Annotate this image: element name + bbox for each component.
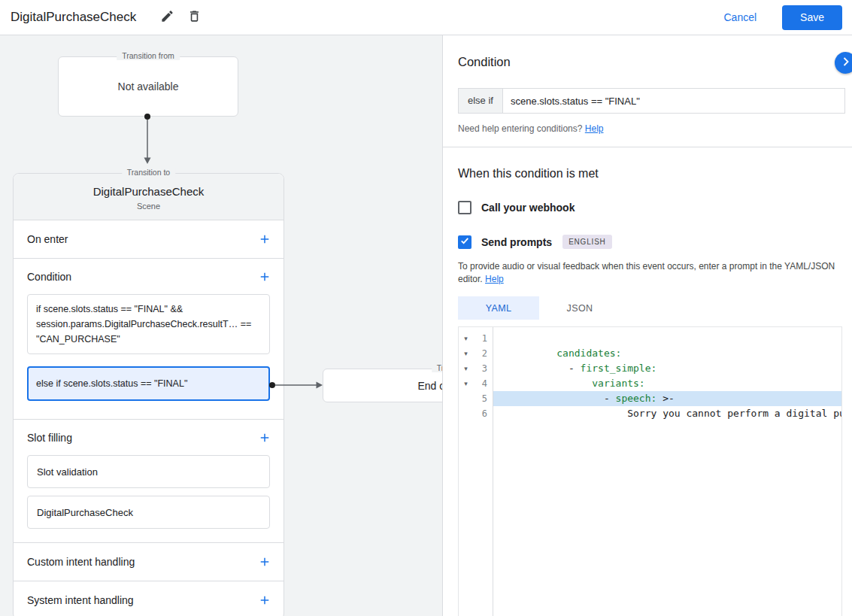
line-number: 1 [473, 333, 493, 344]
line-number: 4 [473, 378, 493, 389]
condition-expression-input[interactable] [502, 88, 845, 114]
line-number: 6 [473, 408, 493, 419]
panel-divider [443, 147, 852, 147]
send-prompts-row: Send prompts ENGLISH [458, 235, 852, 249]
code-line: candidates: [493, 331, 841, 346]
editor-tabs: YAML JSON [458, 296, 852, 320]
panel-title: Condition [458, 55, 852, 69]
webhook-row: Call your webhook [458, 201, 852, 214]
send-prompts-label: Send prompts [481, 236, 552, 248]
condition-help-text: Need help entering conditions? Help [458, 123, 852, 134]
transition-from-label: Transition from [117, 51, 180, 60]
transition-from-value: Not available [118, 80, 179, 93]
add-custom-intent-button[interactable] [257, 554, 272, 569]
section-custom-intent: Custom intent handling [14, 543, 283, 581]
editor-gutter: ▾1 ▾2 ▾3 ▾4 5 6 [459, 327, 493, 616]
call-webhook-label: Call your webhook [481, 202, 575, 214]
condition-item-if[interactable]: if scene.slots.status == "FINAL" && sess… [27, 294, 270, 354]
page-title: DigitalPurchaseCheck [11, 10, 136, 25]
section-condition: Condition if scene.slots.status == "FINA… [14, 259, 283, 420]
prompt-hint-text: To provide audio or visual feedback when… [458, 260, 846, 286]
line-number: 5 [473, 393, 493, 404]
add-on-enter-button[interactable] [257, 232, 272, 247]
system-intent-row[interactable]: System intent handling [14, 581, 283, 616]
condition-operator-chip: else if [458, 88, 503, 114]
send-prompts-checkbox[interactable] [458, 235, 471, 249]
transition-from-node[interactable]: Transition from Not available [58, 56, 238, 117]
line-number: 3 [473, 363, 493, 374]
collapse-panel-button[interactable] [835, 52, 852, 74]
delete-scene-button[interactable] [183, 6, 205, 29]
section-on-enter: On enter [14, 220, 283, 259]
language-badge: ENGLISH [562, 235, 612, 249]
cancel-button[interactable]: Cancel [723, 11, 756, 23]
save-button[interactable]: Save [782, 5, 842, 30]
slot-item-validation[interactable]: Slot validation [27, 455, 270, 488]
scene-card[interactable]: Transition to DigitalPurchaseCheck Scene… [13, 173, 284, 616]
top-bar: DigitalPurchaseCheck Cancel Save [0, 0, 852, 35]
section-system-intent: System intent handling [14, 581, 283, 616]
scene-card-header: DigitalPurchaseCheck Scene [14, 174, 283, 220]
custom-intent-row[interactable]: Custom intent handling [14, 543, 283, 581]
trash-icon [187, 9, 202, 26]
line-number: 2 [473, 348, 493, 359]
prompt-hint-help-link[interactable]: Help [485, 274, 504, 284]
check-icon [459, 235, 470, 249]
scene-type: Scene [21, 202, 276, 211]
condition-help-link[interactable]: Help [585, 123, 604, 134]
slot-filling-row[interactable]: Slot filling [14, 420, 283, 455]
call-webhook-checkbox[interactable] [458, 201, 471, 214]
add-slot-button[interactable] [257, 430, 272, 445]
main-area: Transition from Not available Transition… [0, 35, 852, 616]
transition-to-label: Transition to [122, 168, 175, 177]
condition-item-elseif-selected[interactable]: else if scene.slots.status == "FINAL" [27, 366, 270, 401]
tab-json[interactable]: JSON [539, 296, 620, 320]
fold-toggle-icon[interactable]: ▾ [459, 350, 473, 357]
on-enter-row[interactable]: On enter [14, 220, 283, 258]
add-system-intent-button[interactable] [257, 593, 272, 608]
fold-toggle-icon[interactable]: ▾ [459, 380, 473, 387]
fold-toggle-icon[interactable]: ▾ [459, 335, 473, 342]
when-condition-met-title: When this condition is met [458, 167, 852, 181]
yaml-editor[interactable]: ▾1 ▾2 ▾3 ▾4 5 6 candidates: - first_simp… [458, 326, 842, 616]
slot-item-digitalpurchasecheck[interactable]: DigitalPurchaseCheck [27, 496, 270, 529]
condition-row[interactable]: Condition [14, 259, 283, 294]
section-slot-filling: Slot filling Slot validation DigitalPurc… [14, 420, 283, 543]
condition-detail-panel: Condition else if Need help entering con… [442, 35, 852, 616]
edit-title-button[interactable] [156, 6, 178, 29]
condition-editor-row: else if [458, 88, 845, 114]
pencil-icon [160, 9, 174, 26]
editor-code-area[interactable]: candidates: - first_simple: variants: - … [493, 327, 841, 616]
add-condition-button[interactable] [257, 269, 272, 284]
fold-toggle-icon[interactable]: ▾ [459, 365, 473, 372]
scene-name: DigitalPurchaseCheck [21, 185, 276, 198]
chevron-right-icon [838, 54, 852, 72]
tab-yaml[interactable]: YAML [458, 296, 539, 320]
